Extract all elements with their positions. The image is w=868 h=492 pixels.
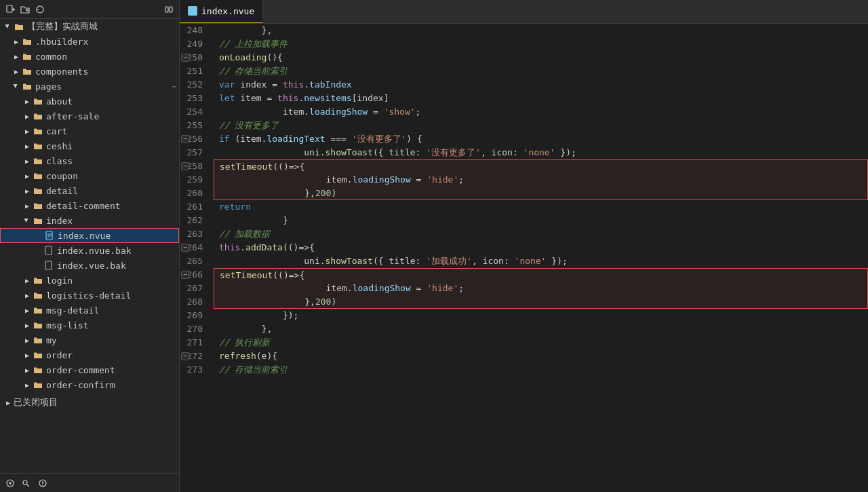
sidebar-item-closed-section[interactable]: ▶ 已关闭项目	[0, 395, 179, 410]
ceshi-folder-icon	[33, 140, 43, 151]
code-line-254: item.loadingShow = 'show';	[214, 105, 868, 119]
hbuilderx-arrow: ▶	[11, 36, 22, 47]
sidebar-item-ceshi[interactable]: ▶ ceshi	[0, 138, 179, 153]
line-number-257: 257	[180, 146, 208, 159]
sidebar-item-msg-detail[interactable]: ▶ msg-detail	[0, 303, 179, 318]
line-number-264[interactable]: −264	[180, 241, 208, 254]
sidebar-item-detail[interactable]: ▶ detail	[0, 183, 179, 198]
refresh-button[interactable]	[34, 3, 46, 16]
sidebar-item-cart[interactable]: ▶ cart	[0, 124, 179, 138]
svg-line-17	[27, 484, 30, 487]
line-number-250[interactable]: −250	[180, 51, 208, 64]
class-label: class	[46, 156, 73, 166]
sidebar-item-index-nvue-bak[interactable]: ▶ index.nvue.bak	[0, 243, 179, 258]
vue-bak-icon	[43, 260, 54, 271]
code-line-271: // 执行刷新	[214, 336, 868, 349]
code-line-273: // 存储当前索引	[214, 363, 868, 377]
line-number-265: 265	[180, 254, 208, 268]
sidebar-item-hbuilderx[interactable]: ▶ .hbuilderx	[0, 34, 179, 49]
code-line-269: });	[214, 309, 868, 322]
fold-icon-256[interactable]: −	[181, 135, 189, 143]
root-label: 【完整】实战商城	[27, 20, 98, 33]
ceshi-label: ceshi	[46, 141, 73, 151]
sidebar-item-common[interactable]: ▶ common	[0, 49, 179, 64]
code-line-258: setTimeout(()=>{	[214, 159, 868, 173]
sidebar-item-order-comment[interactable]: ▶ order-comment	[0, 362, 179, 377]
root-arrow: ▶	[3, 21, 14, 32]
sidebar-item-index-vue-bak[interactable]: ▶ index.vue.bak	[0, 258, 179, 273]
sidebar-item-order[interactable]: ▶ order	[0, 347, 179, 362]
sidebar-item-about[interactable]: ▶ about	[0, 94, 179, 109]
new-file-button[interactable]	[4, 3, 16, 16]
line-number-272[interactable]: −272	[180, 349, 208, 363]
bottom-btn-1[interactable]	[4, 477, 16, 489]
sidebar-item-detail-comment[interactable]: ▶ detail-comment	[0, 198, 179, 213]
fold-icon-258[interactable]: −	[181, 162, 189, 170]
pages-folder-icon	[22, 81, 33, 92]
line-number-266[interactable]: −266	[180, 268, 208, 282]
line-number-253: 253	[180, 92, 208, 105]
sidebar-bottom-toolbar	[0, 473, 179, 492]
sidebar-item-msg-list[interactable]: ▶ msg-list	[0, 318, 179, 333]
msg-detail-folder-icon	[33, 305, 43, 316]
code-line-261: return	[214, 200, 868, 214]
code-line-265: uni.showToast({ title: '加载成功', icon: 'no…	[214, 254, 868, 268]
sidebar-item-components[interactable]: ▶ components	[0, 64, 179, 79]
line-number-252: 252	[180, 78, 208, 92]
sidebar: ▶ 【完整】实战商城 ▶ .hbuilderx ▶ common ▶	[0, 0, 180, 492]
fold-icon-250[interactable]: −	[181, 54, 189, 62]
code-line-248: },	[214, 24, 868, 37]
svg-rect-6	[170, 7, 172, 12]
index-nvue-label: index.nvue	[58, 231, 111, 241]
sidebar-item-after-sale[interactable]: ▶ after-sale	[0, 109, 179, 124]
fold-icon-266[interactable]: −	[181, 271, 189, 279]
detail-comment-arrow: ▶	[22, 200, 33, 211]
sidebar-item-coupon[interactable]: ▶ coupon	[0, 168, 179, 183]
closed-arrow: ▶	[3, 397, 14, 408]
sidebar-item-my[interactable]: ▶ my	[0, 333, 179, 347]
tab-index-nvue[interactable]: index.nvue	[180, 0, 263, 24]
msg-list-folder-icon	[33, 320, 43, 330]
tree-root[interactable]: ▶ 【完整】实战商城	[0, 19, 179, 34]
new-folder-button[interactable]	[19, 3, 31, 16]
fold-icon-272[interactable]: −	[181, 352, 189, 360]
code-line-268: },200)	[214, 295, 868, 309]
common-folder-icon	[22, 51, 33, 62]
index-label: index	[46, 216, 73, 226]
bottom-btn-2[interactable]	[20, 477, 33, 489]
code-line-259: item.loadingShow = 'hide';	[214, 173, 868, 187]
tab-label: index.nvue	[201, 6, 254, 16]
order-label: order	[46, 350, 73, 360]
sidebar-item-login[interactable]: ▶ login	[0, 273, 179, 288]
msg-list-arrow: ▶	[22, 320, 33, 330]
line-number-256[interactable]: −256	[180, 132, 208, 146]
sidebar-item-order-confirm[interactable]: ▶ order-confirm	[0, 377, 179, 392]
root-folder-icon	[14, 21, 24, 32]
bottom-btn-3[interactable]	[37, 477, 49, 489]
sidebar-item-index-nvue[interactable]: ▶ index.nvue	[0, 228, 179, 243]
detail-comment-folder-icon	[33, 200, 43, 211]
order-arrow: ▶	[22, 349, 33, 360]
line-number-267: 267	[180, 282, 208, 295]
tab-bar: index.nvue	[180, 0, 868, 24]
collapse-button[interactable]	[163, 3, 175, 16]
fold-icon-264[interactable]: −	[181, 244, 189, 252]
code-line-252: var index = this.tabIndex	[214, 78, 868, 92]
msg-list-label: msg-list	[46, 320, 89, 330]
detail-label: detail	[46, 186, 78, 196]
code-line-263: // 加载数据	[214, 227, 868, 241]
nvue-bak-label: index.nvue.bak	[57, 246, 132, 256]
line-number-258[interactable]: −258	[180, 159, 208, 173]
tab-nvue-icon	[188, 6, 197, 16]
sidebar-item-pages[interactable]: ▶ pages ⋯	[0, 79, 179, 94]
coupon-arrow: ▶	[22, 170, 33, 181]
sidebar-item-logistics-detail[interactable]: ▶ logistics-detail	[0, 288, 179, 303]
logistics-detail-arrow: ▶	[22, 290, 33, 301]
nvue-bak-icon	[43, 245, 54, 256]
my-label: my	[46, 335, 57, 345]
pages-arrow: ▶	[11, 81, 22, 92]
sidebar-item-class[interactable]: ▶ class	[0, 153, 179, 168]
sidebar-item-index[interactable]: ▶ index	[0, 213, 179, 228]
code-area[interactable]: }, // 上拉加载事件 onLoading(){ // 存储当前索引 var …	[214, 24, 868, 492]
cart-arrow: ▶	[22, 126, 33, 136]
